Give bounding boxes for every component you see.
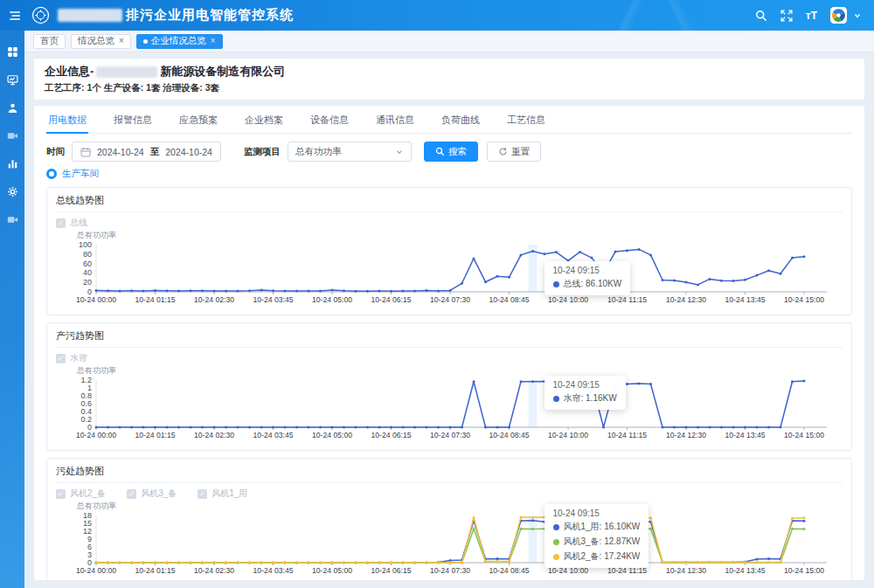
legend-checkbox-总线[interactable]: ✓总线: [56, 217, 87, 229]
section-tab-7[interactable]: 工艺信息: [505, 111, 547, 133]
svg-text:10-24 02:30: 10-24 02:30: [194, 295, 234, 304]
line-chart-2[interactable]: 036912151810-24 00:0010-24 01:1510-24 02…: [56, 512, 841, 581]
y-axis-label: 总有功功率: [77, 365, 843, 377]
tab-close-icon[interactable]: ×: [211, 37, 216, 45]
line-chart-1[interactable]: 00.20.40.60.811.210-24 00:0010-24 01:151…: [56, 377, 841, 446]
svg-text:10-24 15:00: 10-24 15:00: [784, 431, 824, 439]
section-tab-4[interactable]: 设备信息: [309, 111, 350, 133]
enterprise-title-prefix: 企业信息-: [45, 64, 94, 80]
svg-text:3: 3: [87, 550, 92, 559]
active-tab-dot: [143, 39, 148, 44]
checkbox-icon: ✓: [127, 489, 136, 499]
svg-text:0.2: 0.2: [80, 415, 92, 424]
svg-text:10-24 15:00: 10-24 15:00: [784, 566, 824, 575]
svg-text:0.4: 0.4: [80, 407, 92, 416]
page-tab-1[interactable]: 情况总览×: [71, 34, 131, 49]
svg-text:10-24 06:15: 10-24 06:15: [371, 431, 412, 439]
svg-text:10-24 01:15: 10-24 01:15: [135, 295, 176, 304]
page-tab-0[interactable]: 首页: [33, 34, 66, 49]
reset-button[interactable]: 重置: [487, 142, 541, 162]
svg-text:10-24 13:45: 10-24 13:45: [725, 566, 766, 575]
svg-text:15: 15: [83, 519, 92, 528]
redacted-org-name: [58, 9, 122, 22]
avatar-caret-icon[interactable]: [853, 11, 862, 20]
legend-label: 风机2_备: [70, 488, 106, 500]
collapse-menu-icon[interactable]: [9, 10, 21, 22]
legend-checkbox-水帘[interactable]: ✓水帘: [56, 352, 87, 364]
search-icon[interactable]: [755, 10, 767, 22]
svg-text:10-24 08:45: 10-24 08:45: [489, 431, 530, 439]
svg-text:10-24 03:45: 10-24 03:45: [253, 295, 294, 304]
calendar-icon: [80, 147, 91, 157]
reset-button-label: 重置: [511, 146, 530, 158]
enterprise-info-card: 企业信息- 新能源设备制造有限公司 工艺工序: 1个 生产设备: 1套 治理设备…: [33, 58, 865, 100]
svg-text:10-24 00:00: 10-24 00:00: [76, 566, 116, 575]
section-tab-0[interactable]: 用电数据: [46, 111, 88, 134]
enterprise-title-suffix: 新能源设备制造有限公司: [160, 64, 285, 80]
svg-text:100: 100: [79, 241, 92, 249]
sidebar-item-video-icon[interactable]: [5, 128, 19, 142]
section-tab-1[interactable]: 报警信息: [112, 111, 154, 133]
page-tab-2[interactable]: 企业情况总览×: [136, 34, 223, 49]
svg-text:9: 9: [87, 535, 92, 543]
sidebar-item-monitor-icon[interactable]: [5, 73, 19, 86]
start-date-value[interactable]: 2024-10-24: [97, 147, 144, 157]
filter-bar: 时间 2024-10-24 至 2024-10-24 监测项目 总有功功率 搜索: [46, 142, 852, 162]
sidebar: [0, 31, 24, 588]
font-size-icon[interactable]: тT: [806, 10, 817, 22]
svg-text:10-24 11:15: 10-24 11:15: [607, 295, 647, 304]
tab-close-icon[interactable]: ×: [119, 37, 124, 45]
section-tab-2[interactable]: 应急预案: [177, 111, 219, 133]
sidebar-item-overview-icon[interactable]: [5, 45, 19, 59]
app-logo-icon: [31, 6, 50, 24]
legend-checkbox-风机1_用[interactable]: ✓风机1_用: [198, 488, 247, 500]
time-filter-label: 时间: [46, 146, 65, 158]
workshop-radio-label[interactable]: 生产车间: [62, 168, 99, 180]
line-chart-0[interactable]: 02040608010010-24 00:0010-24 01:1510-24 …: [56, 241, 841, 311]
svg-text:10-24 05:00: 10-24 05:00: [312, 295, 352, 304]
page-tabbar: 首页情况总览×企业情况总览×: [24, 31, 874, 52]
sidebar-item-device-video-icon[interactable]: [5, 212, 19, 226]
enterprise-stats: 工艺工序: 1个 生产设备: 1套 治理设备: 3套: [45, 82, 854, 94]
sidebar-item-settings-icon[interactable]: [5, 184, 19, 198]
checkbox-icon: ✓: [56, 354, 66, 363]
search-button-label: 搜索: [448, 146, 467, 158]
svg-text:80: 80: [83, 250, 92, 259]
section-tab-3[interactable]: 企业档案: [243, 111, 285, 133]
y-axis-label: 总有功功率: [77, 501, 843, 512]
workshop-radio[interactable]: [46, 169, 57, 179]
date-range-separator: 至: [150, 146, 160, 158]
user-avatar[interactable]: [830, 7, 847, 24]
date-range-picker[interactable]: 2024-10-24 至 2024-10-24: [72, 142, 221, 162]
section-tab-6[interactable]: 负荷曲线: [440, 111, 482, 133]
fullscreen-icon[interactable]: [780, 10, 793, 22]
legend-checkbox-风机3_备[interactable]: ✓风机3_备: [127, 488, 177, 500]
y-axis-label: 总有功功率: [77, 230, 843, 241]
chart-title: 产污趋势图: [56, 327, 843, 348]
svg-text:10-24 07:30: 10-24 07:30: [430, 566, 470, 575]
end-date-value[interactable]: 2024-10-24: [165, 147, 212, 157]
monitor-item-select[interactable]: 总有功功率: [288, 142, 412, 162]
search-button[interactable]: 搜索: [424, 142, 478, 162]
checkbox-icon: ✓: [56, 218, 66, 228]
svg-text:10-24 07:30: 10-24 07:30: [430, 431, 470, 439]
sidebar-item-statistics-icon[interactable]: [5, 156, 19, 170]
chart-box-0: 总线趋势图✓总线总有功功率02040608010010-24 00:0010-2…: [46, 187, 852, 315]
svg-text:10-24 01:15: 10-24 01:15: [135, 431, 176, 439]
svg-text:10-24 10:00: 10-24 10:00: [548, 431, 588, 439]
section-tab-5[interactable]: 通讯信息: [374, 111, 416, 133]
workshop-radio-row: 生产车间: [46, 168, 852, 180]
page-tab-label: 企业情况总览: [151, 35, 206, 47]
svg-text:10-24 06:15: 10-24 06:15: [371, 295, 412, 304]
svg-text:60: 60: [83, 259, 92, 268]
svg-text:10-24 03:45: 10-24 03:45: [253, 431, 294, 439]
monitor-item-label: 监测项目: [244, 146, 281, 158]
sidebar-item-enterprise-users-icon[interactable]: [5, 100, 19, 114]
svg-text:10-24 11:15: 10-24 11:15: [607, 566, 647, 575]
monitor-item-value: 总有功功率: [295, 146, 342, 158]
legend-checkbox-风机2_备[interactable]: ✓风机2_备: [56, 488, 106, 500]
page-tab-label: 首页: [40, 35, 59, 47]
app-title: 排污企业用电智能管控系统: [126, 7, 294, 24]
legend-label: 风机1_用: [212, 488, 247, 500]
svg-text:10-24 10:00: 10-24 10:00: [548, 566, 588, 575]
